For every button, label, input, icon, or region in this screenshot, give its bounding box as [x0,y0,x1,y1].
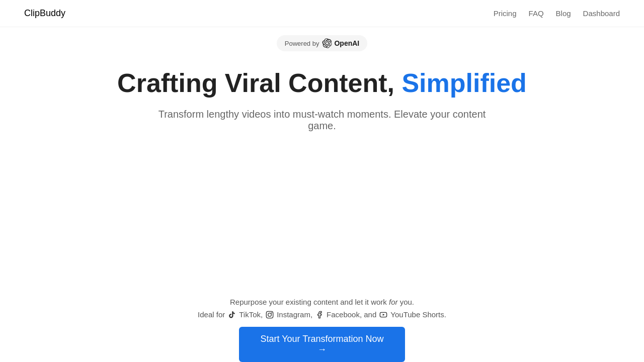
openai-icon [322,38,332,48]
youtube-label: YouTube Shorts. [390,310,446,319]
logo: ClipBuddy [24,8,65,19]
navbar: ClipBuddy Pricing FAQ Blog Dashboard [0,0,644,27]
hero-title-main: Crafting Viral Content, [117,68,394,98]
nav-pricing[interactable]: Pricing [494,9,517,18]
instagram-icon [266,311,274,319]
bottom-section: Repurpose your existing content and let … [0,298,644,362]
nav-links: Pricing FAQ Blog Dashboard [494,9,620,18]
repurpose-italic: for [389,298,398,306]
tiktok-label: TikTok, [239,310,263,319]
instagram-label: Instagram, [277,310,312,319]
ideal-for-label: Ideal for [198,310,225,319]
powered-by-text: Powered by [285,40,319,47]
powered-by-badge: Powered by OpenAI [277,35,367,51]
platforms-text: Ideal for TikTok, Instagram, Facebook, a… [198,310,446,319]
powered-by-section: Powered by OpenAI [0,35,644,51]
openai-logo: OpenAI [322,38,359,48]
facebook-icon [315,311,324,319]
hero-title: Crafting Viral Content, Simplified [117,67,527,99]
nav-faq[interactable]: FAQ [529,9,544,18]
openai-brand-text: OpenAI [334,39,359,47]
youtube-icon [379,311,387,319]
hero-subtitle: Transform lengthy videos into must-watch… [146,109,498,132]
nav-dashboard[interactable]: Dashboard [583,9,620,18]
svg-point-2 [271,312,272,313]
hero-section: Crafting Viral Content, Simplified Trans… [0,67,644,132]
hero-title-accent: Simplified [401,68,526,98]
cta-button[interactable]: Start Your Transformation Now → [239,327,405,362]
repurpose-after: you. [398,298,415,306]
nav-blog[interactable]: Blog [556,9,571,18]
svg-rect-0 [267,311,273,318]
repurpose-text: Repurpose your existing content and let … [230,298,414,306]
facebook-label: Facebook, and [327,310,376,319]
svg-marker-4 [383,314,385,316]
repurpose-before: Repurpose your existing content and let … [230,298,389,306]
svg-point-1 [268,313,272,316]
tiktok-icon [228,311,236,319]
